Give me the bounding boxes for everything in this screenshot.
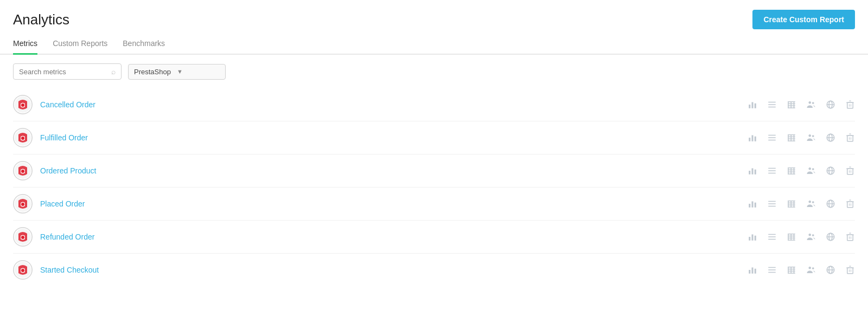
svg-rect-84 — [768, 201, 776, 202]
svg-rect-108 — [752, 235, 754, 241]
list-icon[interactable] — [767, 133, 777, 143]
delete-icon[interactable] — [845, 232, 855, 242]
svg-point-2 — [21, 104, 24, 107]
svg-rect-81 — [749, 204, 750, 208]
svg-rect-8 — [768, 107, 776, 108]
globe-icon[interactable] — [826, 199, 835, 209]
svg-rect-125 — [847, 235, 853, 241]
svg-rect-7 — [768, 104, 776, 105]
svg-rect-112 — [768, 239, 776, 240]
users-icon[interactable] — [806, 166, 816, 176]
metric-actions — [748, 166, 855, 176]
svg-rect-58 — [768, 168, 776, 169]
svg-rect-33 — [768, 137, 776, 138]
svg-rect-151 — [847, 268, 853, 274]
table-row: Refunded Order — [13, 221, 855, 254]
list-icon[interactable] — [767, 100, 777, 109]
list-icon[interactable] — [767, 166, 777, 176]
svg-rect-99 — [847, 202, 853, 208]
svg-rect-111 — [768, 236, 776, 237]
delete-icon[interactable] — [845, 265, 855, 275]
users-icon[interactable] — [806, 133, 816, 143]
globe-icon[interactable] — [826, 100, 835, 109]
svg-rect-73 — [847, 169, 853, 175]
table-icon[interactable] — [787, 100, 796, 109]
prestashop-logo-icon — [13, 128, 33, 147]
list-icon[interactable] — [767, 199, 777, 209]
table-icon[interactable] — [787, 166, 796, 176]
users-icon[interactable] — [806, 199, 816, 209]
tab-custom-reports[interactable]: Custom Reports — [53, 34, 107, 55]
svg-rect-85 — [768, 203, 776, 204]
metric-name[interactable]: Placed Order — [40, 199, 748, 208]
svg-point-17 — [812, 102, 814, 104]
table-icon[interactable] — [787, 265, 796, 275]
svg-rect-21 — [847, 102, 853, 108]
svg-rect-136 — [768, 267, 776, 268]
prestashop-logo-icon — [13, 95, 33, 114]
search-box[interactable]: ⌕ — [13, 63, 122, 80]
svg-point-42 — [809, 134, 812, 137]
bar-chart-icon[interactable] — [748, 100, 757, 109]
svg-rect-117 — [788, 234, 789, 241]
metric-name[interactable]: Refunded Order — [40, 232, 748, 241]
users-icon[interactable] — [806, 232, 816, 242]
metrics-list: Cancelled Order — [0, 88, 868, 286]
tab-benchmarks[interactable]: Benchmarks — [123, 34, 165, 55]
bar-chart-icon[interactable] — [748, 232, 757, 242]
metric-actions — [748, 199, 855, 209]
avatar — [13, 95, 33, 114]
globe-icon[interactable] — [826, 133, 835, 143]
globe-icon[interactable] — [826, 232, 835, 242]
search-icon: ⌕ — [111, 67, 116, 76]
svg-point-28 — [21, 137, 24, 140]
table-icon[interactable] — [787, 199, 796, 209]
metric-name[interactable]: Started Checkout — [40, 266, 748, 274]
table-row: Started Checkout — [13, 254, 855, 286]
delete-icon[interactable] — [845, 199, 855, 209]
svg-rect-144 — [791, 267, 792, 274]
globe-icon[interactable] — [826, 166, 835, 176]
svg-rect-82 — [752, 202, 754, 208]
svg-point-95 — [812, 201, 814, 203]
metric-name[interactable]: Ordered Product — [40, 166, 748, 175]
svg-rect-67 — [794, 167, 795, 175]
metric-name[interactable]: Fulfilled Order — [40, 133, 748, 142]
bar-chart-icon[interactable] — [748, 199, 757, 209]
svg-rect-29 — [749, 138, 750, 141]
svg-rect-92 — [791, 201, 792, 208]
page-header: Analytics Create Custom Report — [0, 0, 868, 29]
svg-rect-109 — [755, 236, 756, 241]
dropdown-value: PrestaShop — [134, 68, 177, 76]
table-icon[interactable] — [787, 232, 796, 242]
svg-rect-6 — [768, 102, 776, 103]
delete-icon[interactable] — [845, 133, 855, 143]
globe-icon[interactable] — [826, 265, 835, 275]
svg-rect-133 — [749, 270, 750, 274]
list-icon[interactable] — [767, 232, 777, 242]
svg-rect-66 — [791, 167, 792, 175]
bar-chart-icon[interactable] — [748, 133, 757, 143]
users-icon[interactable] — [806, 265, 816, 275]
platform-dropdown[interactable]: PrestaShop ▼ — [128, 64, 226, 80]
table-icon[interactable] — [787, 133, 796, 143]
table-row: Cancelled Order — [13, 88, 855, 121]
avatar — [13, 194, 33, 214]
svg-rect-13 — [788, 101, 789, 108]
svg-rect-119 — [794, 234, 795, 241]
chevron-down-icon: ▼ — [177, 68, 220, 75]
create-custom-report-button[interactable]: Create Custom Report — [752, 10, 855, 29]
delete-icon[interactable] — [845, 166, 855, 176]
bar-chart-icon[interactable] — [748, 166, 757, 176]
svg-rect-32 — [768, 135, 776, 136]
bar-chart-icon[interactable] — [748, 265, 757, 275]
list-icon[interactable] — [767, 265, 777, 275]
svg-rect-47 — [847, 135, 853, 141]
delete-icon[interactable] — [845, 100, 855, 109]
users-icon[interactable] — [806, 100, 816, 109]
metric-name[interactable]: Cancelled Order — [40, 100, 748, 109]
tab-metrics[interactable]: Metrics — [13, 34, 37, 55]
avatar — [13, 227, 33, 247]
search-input[interactable] — [19, 68, 109, 76]
svg-rect-31 — [755, 137, 756, 141]
